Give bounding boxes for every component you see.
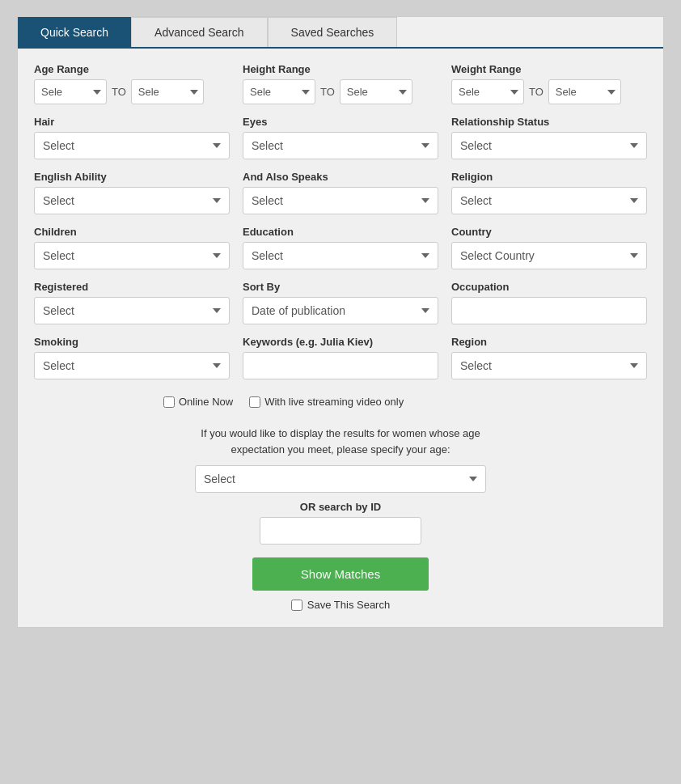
smoking-keywords-region-row: Smoking Select Keywords (e.g. Julia Kiev…: [34, 336, 647, 379]
weight-from-select[interactable]: Sele: [451, 79, 524, 104]
age-to-select[interactable]: Sele: [131, 79, 204, 104]
height-to-label: TO: [320, 86, 335, 98]
form-area: Age Range Sele TO Sele Height Range Sele: [18, 49, 663, 426]
region-col: Region Select: [451, 336, 647, 379]
tab-advanced-search[interactable]: Advanced Search: [131, 17, 268, 47]
smoking-select[interactable]: Select: [34, 352, 230, 379]
age-range-col: Age Range Sele TO Sele: [34, 63, 230, 104]
eyes-select[interactable]: Select: [243, 132, 438, 159]
range-row: Age Range Sele TO Sele Height Range Sele: [34, 63, 647, 104]
and-also-speaks-col: And Also Speaks Select: [243, 171, 438, 214]
english-religion-row: English Ability Select And Also Speaks S…: [34, 171, 647, 214]
and-also-speaks-label: And Also Speaks: [243, 171, 438, 183]
eyes-label: Eyes: [243, 116, 438, 128]
english-ability-select[interactable]: Select: [34, 187, 230, 214]
relationship-status-select[interactable]: Select: [451, 132, 647, 159]
age-range-group: Sele TO Sele: [34, 79, 230, 104]
height-to-select[interactable]: Sele: [340, 79, 412, 104]
live-streaming-label: With live streaming video only: [264, 396, 404, 408]
online-now-checkbox-item[interactable]: Online Now: [163, 396, 233, 408]
height-range-label: Height Range: [243, 63, 438, 75]
save-this-search-label: Save This Search: [307, 599, 390, 611]
registered-sortby-occupation-row: Registered Select Sort By Date of public…: [34, 281, 647, 324]
hair-select[interactable]: Select: [34, 132, 230, 159]
country-label: Country: [451, 226, 647, 238]
and-also-speaks-select[interactable]: Select: [243, 187, 438, 214]
age-range-label: Age Range: [34, 63, 230, 75]
height-range-group: Sele TO Sele: [243, 79, 438, 104]
english-ability-label: English Ability: [34, 171, 230, 183]
keywords-input[interactable]: [243, 352, 438, 379]
id-input-wrap: [260, 517, 421, 545]
checkboxes-row: Online Now With live streaming video onl…: [34, 391, 647, 417]
search-by-id-input[interactable]: [260, 517, 421, 545]
occupation-label: Occupation: [451, 281, 647, 293]
children-select[interactable]: Select: [34, 242, 230, 269]
keywords-label: Keywords (e.g. Julia Kiev): [243, 336, 438, 348]
hair-col: Hair Select: [34, 116, 230, 159]
region-label: Region: [451, 336, 647, 348]
age-expectation-select-wrap: Select: [195, 465, 486, 493]
tab-saved-searches[interactable]: Saved Searches: [268, 17, 398, 47]
religion-label: Religion: [451, 171, 647, 183]
relationship-status-label: Relationship Status: [451, 116, 647, 128]
registered-col: Registered Select: [34, 281, 230, 324]
smoking-label: Smoking: [34, 336, 230, 348]
save-this-search-row[interactable]: Save This Search: [291, 599, 390, 611]
country-select[interactable]: Select Country: [451, 242, 647, 269]
sort-by-col: Sort By Date of publication: [243, 281, 438, 324]
education-label: Education: [243, 226, 438, 238]
main-container: Quick Search Advanced Search Saved Searc…: [17, 16, 664, 628]
weight-range-group: Sele TO Sele: [451, 79, 647, 104]
english-ability-col: English Ability Select: [34, 171, 230, 214]
registered-label: Registered: [34, 281, 230, 293]
age-from-select[interactable]: Sele: [34, 79, 107, 104]
religion-select[interactable]: Select: [451, 187, 647, 214]
weight-range-label: Weight Range: [451, 63, 647, 75]
tab-bar: Quick Search Advanced Search Saved Searc…: [18, 17, 663, 49]
save-this-search-checkbox[interactable]: [291, 600, 302, 611]
online-now-checkbox[interactable]: [163, 396, 175, 408]
hair-label: Hair: [34, 116, 230, 128]
tab-quick-search[interactable]: Quick Search: [18, 17, 131, 47]
hair-eyes-row: Hair Select Eyes Select Relationship Sta…: [34, 116, 647, 159]
education-col: Education Select: [243, 226, 438, 269]
sort-by-select[interactable]: Date of publication: [243, 297, 438, 324]
weight-to-label: TO: [529, 86, 544, 98]
eyes-col: Eyes Select: [243, 116, 438, 159]
age-info-section: If you would like to display the results…: [18, 426, 663, 611]
live-streaming-checkbox-item[interactable]: With live streaming video only: [249, 396, 404, 408]
occupation-col: Occupation: [451, 281, 647, 324]
religion-col: Religion Select: [451, 171, 647, 214]
age-to-label: TO: [112, 86, 126, 98]
relationship-status-col: Relationship Status Select: [451, 116, 647, 159]
show-matches-button[interactable]: Show Matches: [252, 557, 429, 591]
height-from-select[interactable]: Sele: [243, 79, 315, 104]
age-expectation-text: If you would like to display the results…: [187, 426, 494, 457]
weight-range-col: Weight Range Sele TO Sele: [451, 63, 647, 104]
children-label: Children: [34, 226, 230, 238]
or-search-by-id-label: OR search by ID: [300, 501, 381, 513]
online-now-label: Online Now: [179, 396, 233, 408]
occupation-input[interactable]: [451, 297, 647, 324]
height-range-col: Height Range Sele TO Sele: [243, 63, 438, 104]
country-col: Country Select Country: [451, 226, 647, 269]
region-select[interactable]: Select: [451, 352, 647, 379]
education-select[interactable]: Select: [243, 242, 438, 269]
weight-to-select[interactable]: Sele: [548, 79, 621, 104]
sort-by-label: Sort By: [243, 281, 438, 293]
children-education-country-row: Children Select Education Select Country…: [34, 226, 647, 269]
registered-select[interactable]: Select: [34, 297, 230, 324]
age-expectation-select[interactable]: Select: [195, 465, 486, 493]
children-col: Children Select: [34, 226, 230, 269]
keywords-col: Keywords (e.g. Julia Kiev): [243, 336, 438, 379]
live-streaming-checkbox[interactable]: [249, 396, 260, 408]
smoking-col: Smoking Select: [34, 336, 230, 379]
